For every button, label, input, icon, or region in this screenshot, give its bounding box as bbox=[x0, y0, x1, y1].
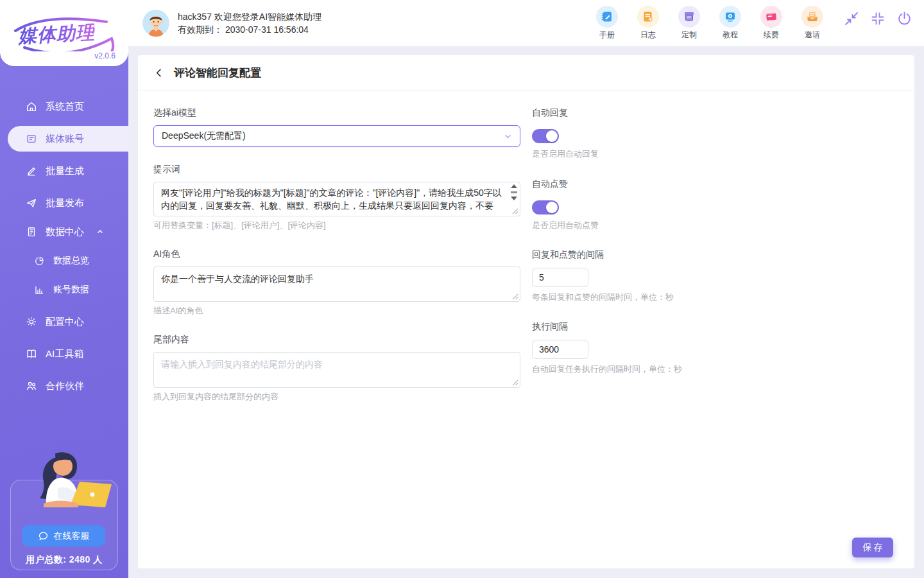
chevron-up-icon bbox=[96, 228, 104, 236]
sidebar-item-account-data[interactable]: 账号数据 bbox=[0, 277, 128, 302]
resize-handle-icon[interactable] bbox=[511, 207, 518, 215]
content-card: 评论智能回复配置 选择ai模型 DeepSeek(无需配置) 提示词 网友"[评… bbox=[138, 55, 914, 568]
quick-link-tutorial[interactable]: 教程 bbox=[717, 6, 743, 40]
form-right-column: 自动回复 是否启用自动回复 自动点赞 是否启用自动点赞 回复和点赞的间隔 每条回… bbox=[532, 108, 891, 374]
tutorial-icon bbox=[719, 6, 741, 28]
sidebar-item-data-center[interactable]: 数据中心 bbox=[0, 219, 128, 245]
save-button[interactable]: 保存 bbox=[852, 538, 893, 557]
compress-icon[interactable] bbox=[869, 10, 886, 27]
role-label: AI角色 bbox=[153, 249, 520, 259]
prompt-hint: 可用替换变量：[标题]、[评论用户]、[评论内容] bbox=[153, 220, 520, 230]
exec-interval-input[interactable] bbox=[532, 340, 588, 359]
form-left-column: 选择ai模型 DeepSeek(无需配置) 提示词 网友"[评论用户]"给我的标… bbox=[153, 108, 520, 401]
sidebar-menu: 系统首页 媒体账号 批量生成 批量发布 数据中心 bbox=[0, 94, 128, 399]
scroll-up-icon[interactable] bbox=[511, 184, 517, 188]
exec-interval-hint: 自动回复任务执行的间隔时间，单位：秒 bbox=[532, 364, 891, 374]
toggle-knob bbox=[546, 130, 558, 142]
user-block: hack357 欢迎您登录AI智能媒体助理 有效期到： 2030-07-31 1… bbox=[142, 10, 321, 37]
model-label: 选择ai模型 bbox=[153, 108, 520, 118]
sidebar-item-label: 批量生成 bbox=[46, 165, 84, 177]
sidebar-item-label: 批量发布 bbox=[46, 197, 84, 209]
sidebar-item-home[interactable]: 系统首页 bbox=[0, 94, 128, 119]
sidebar-item-label: 媒体账号 bbox=[46, 133, 84, 145]
prompt-label: 提示词 bbox=[153, 164, 520, 174]
logo-text: 媒体助理 bbox=[17, 20, 96, 49]
auto-like-label: 自动点赞 bbox=[532, 179, 891, 189]
sidebar-item-partners[interactable]: 合作伙伴 bbox=[0, 373, 128, 399]
interval-input[interactable] bbox=[532, 268, 588, 287]
quick-link-renew[interactable]: 续费 bbox=[758, 6, 784, 40]
ai-model-select[interactable]: DeepSeek(无需配置) bbox=[153, 125, 520, 147]
pie-chart-icon bbox=[33, 255, 45, 267]
toggle-knob bbox=[546, 202, 558, 213]
sidebar-item-batch-generate[interactable]: 批量生成 bbox=[0, 158, 128, 184]
role-hint: 描述AI的角色 bbox=[153, 306, 520, 315]
customize-icon bbox=[678, 6, 700, 28]
quick-link-label: 定制 bbox=[681, 30, 697, 40]
scroll-down-icon[interactable] bbox=[511, 197, 517, 200]
sidebar-item-media-accounts[interactable]: 媒体账号 bbox=[8, 126, 128, 152]
chevron-left-icon bbox=[154, 68, 164, 78]
scrollbar-thumb[interactable] bbox=[511, 191, 517, 193]
auto-reply-label: 自动回复 bbox=[532, 108, 891, 118]
home-icon bbox=[26, 101, 37, 112]
interval-label: 回复和点赞的间隔 bbox=[532, 250, 891, 259]
welcome-text: hack357 欢迎您登录AI智能媒体助理 bbox=[178, 10, 321, 23]
online-service-label: 在线客服 bbox=[54, 530, 90, 542]
invite-icon bbox=[801, 6, 823, 28]
sidebar-item-batch-publish[interactable]: 批量发布 bbox=[0, 190, 128, 216]
quick-links: 手册 日志 定制 教程 续费 bbox=[594, 6, 825, 40]
quick-link-label: 教程 bbox=[723, 30, 738, 40]
prompt-textarea-wrap: 网友"[评论用户]"给我的标题为"[标题]"的文章的评论："[评论内容]"，请给… bbox=[153, 182, 520, 216]
interval-hint: 每条回复和点赞的间隔时间，单位：秒 bbox=[532, 292, 891, 302]
gear-icon bbox=[26, 316, 37, 328]
quick-link-invite[interactable]: 邀请 bbox=[800, 6, 825, 40]
send-icon bbox=[26, 197, 37, 209]
sidebar-item-config-center[interactable]: 配置中心 bbox=[0, 309, 128, 335]
page-title: 评论智能回复配置 bbox=[174, 66, 261, 80]
auto-reply-hint: 是否启用自动回复 bbox=[532, 149, 891, 159]
sidebar-item-label: 系统首页 bbox=[46, 101, 84, 113]
auto-like-hint: 是否启用自动点赞 bbox=[532, 220, 891, 230]
data-center-icon bbox=[26, 226, 37, 238]
online-service-button[interactable]: 在线客服 bbox=[22, 525, 105, 547]
auto-reply-toggle[interactable] bbox=[532, 129, 559, 143]
partners-icon bbox=[26, 380, 37, 392]
sidebar-item-data-overview[interactable]: 数据总览 bbox=[0, 248, 128, 274]
quick-link-label: 手册 bbox=[599, 30, 615, 40]
back-button[interactable] bbox=[153, 67, 164, 79]
textarea-scrollbar[interactable] bbox=[509, 184, 518, 200]
quick-link-label: 续费 bbox=[764, 30, 779, 40]
quick-link-label: 邀请 bbox=[805, 30, 820, 40]
quick-link-customize[interactable]: 定制 bbox=[676, 6, 702, 40]
tail-label: 尾部内容 bbox=[153, 335, 520, 344]
tail-textarea[interactable] bbox=[154, 353, 520, 387]
auto-like-toggle[interactable] bbox=[532, 200, 559, 215]
prompt-textarea[interactable]: 网友"[评论用户]"给我的标题为"[标题]"的文章的评论："[评论内容]"，请给… bbox=[154, 182, 520, 216]
app-logo: 媒体助理 v2.0.6 bbox=[0, 0, 128, 66]
log-icon bbox=[637, 6, 659, 28]
window-controls bbox=[843, 10, 912, 27]
power-icon[interactable] bbox=[896, 10, 912, 27]
expiry-text: 有效期到： 2030-07-31 16:56:04 bbox=[178, 23, 321, 36]
sidebar-item-label: 账号数据 bbox=[53, 284, 89, 295]
role-textarea-wrap: 你是一个善于与人交流的评论回复助手 bbox=[153, 267, 520, 302]
sidebar-item-label: AI工具箱 bbox=[46, 348, 83, 360]
quick-link-log[interactable]: 日志 bbox=[635, 6, 661, 40]
customer-service-illustration bbox=[18, 448, 113, 512]
user-avatar[interactable] bbox=[142, 10, 169, 37]
sidebar-item-ai-toolbox[interactable]: AI工具箱 bbox=[0, 341, 128, 367]
tail-textarea-wrap bbox=[153, 352, 520, 388]
sidebar-item-label: 合作伙伴 bbox=[46, 380, 84, 392]
resize-handle-icon[interactable] bbox=[511, 293, 518, 300]
top-header: hack357 欢迎您登录AI智能媒体助理 有效期到： 2030-07-31 1… bbox=[128, 0, 924, 46]
renew-icon bbox=[760, 6, 782, 28]
sidebar-item-label: 配置中心 bbox=[46, 316, 84, 328]
collapse-arrows-icon[interactable] bbox=[843, 10, 860, 27]
exec-interval-label: 执行间隔 bbox=[532, 322, 891, 331]
role-textarea[interactable]: 你是一个善于与人交流的评论回复助手 bbox=[154, 267, 520, 301]
quick-link-manual[interactable]: 手册 bbox=[594, 6, 620, 40]
ai-model-selected-value: DeepSeek(无需配置) bbox=[162, 130, 246, 142]
quick-link-label: 日志 bbox=[640, 30, 656, 40]
resize-handle-icon[interactable] bbox=[511, 379, 518, 386]
